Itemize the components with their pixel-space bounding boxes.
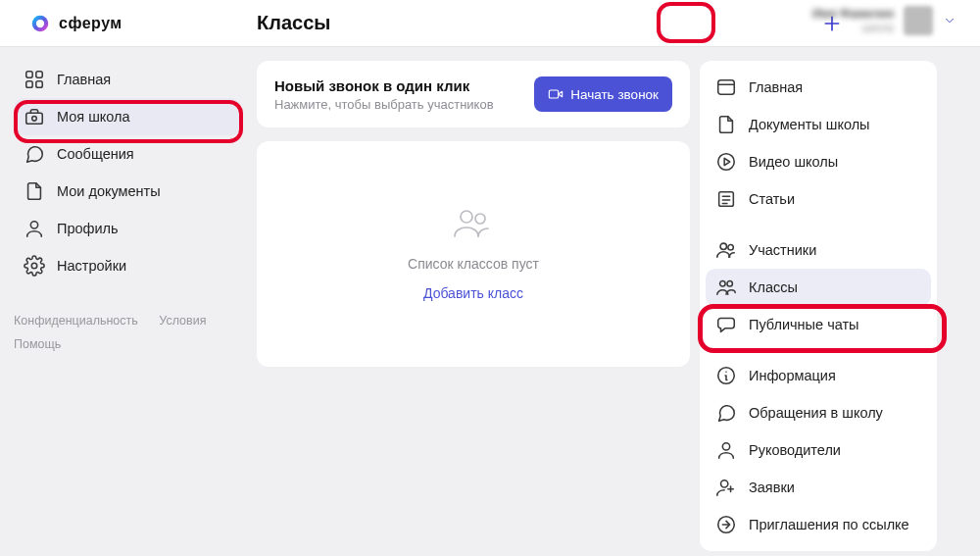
side-label: Публичные чаты [749,317,859,332]
info-icon [715,365,737,386]
side-documents[interactable]: Документы школы [706,106,931,143]
feedback-icon [715,402,737,424]
highlight-plus [657,2,715,43]
svg-rect-13 [718,80,735,95]
nav-my-school[interactable]: Моя школа [14,98,241,135]
side-label: Заявки [749,480,795,495]
side-label: Информация [749,368,836,383]
svg-point-14 [718,154,735,171]
nav-documents[interactable]: Мои документы [14,173,241,210]
svg-point-19 [727,281,733,287]
nav-profile[interactable]: Профиль [14,210,241,247]
footer-privacy[interactable]: Конфиденциальность [14,314,138,328]
nav-label: Моя школа [57,109,130,125]
user-sub: школа [812,22,894,33]
footer-terms[interactable]: Условия [159,314,206,328]
call-button-label: Начать звонок [570,87,659,102]
page-title: Классы [257,12,330,34]
side-label: Документы школы [749,117,870,132]
user-icon [24,218,45,239]
grid-icon [24,69,45,90]
nav-label: Настройки [57,258,126,274]
topbar: сферум Классы Имя Фамилия школа [0,0,980,47]
leader-icon [715,439,737,461]
svg-point-22 [721,480,728,487]
article-icon [715,188,737,210]
side-label: Участники [749,242,816,258]
footer-links: Конфиденциальность Условия Помощь [14,310,241,357]
chevron-down-icon [943,14,956,27]
members-icon [715,239,737,261]
svg-point-8 [30,222,37,228]
group-icon [451,207,496,242]
nav-label: Сообщения [57,146,134,162]
invite-icon [715,514,737,535]
doc-icon [715,114,737,135]
side-articles[interactable]: Статьи [706,180,931,218]
svg-point-7 [32,117,37,122]
main-content: Новый звонок в один клик Нажмите, чтобы … [255,47,696,556]
home-icon [715,76,737,98]
side-label: Статьи [749,191,795,207]
side-leaders[interactable]: Руководители [706,431,931,469]
side-feedback[interactable]: Обращения в школу [706,394,931,431]
right-sidebar: Главная Документы школы Видео школы Стат… [696,47,951,556]
svg-rect-4 [26,81,32,87]
side-classes[interactable]: Классы [706,269,931,306]
brand-text: сферум [59,15,122,32]
avatar [904,6,933,35]
svg-point-16 [720,243,726,249]
nav-label: Профиль [57,221,119,236]
side-label: Обращения в школу [749,405,883,421]
side-public-chats[interactable]: Публичные чаты [706,306,931,343]
nav-label: Мои документы [57,183,161,199]
add-class-link[interactable]: Добавить класс [423,285,523,301]
side-info[interactable]: Информация [706,357,931,394]
svg-rect-2 [26,72,32,77]
side-label: Классы [749,279,798,295]
svg-point-9 [31,263,37,269]
request-icon [715,477,737,498]
side-members[interactable]: Участники [706,231,931,269]
user-name: Имя Фамилия [812,8,894,21]
nav-messages[interactable]: Сообщения [14,135,241,173]
svg-rect-5 [36,81,42,87]
side-invites[interactable]: Приглашения по ссылке [706,506,931,543]
nav-settings[interactable]: Настройки [14,247,241,284]
nav-label: Главная [57,72,111,87]
video-icon [548,86,564,102]
side-requests[interactable]: Заявки [706,469,931,506]
svg-point-11 [461,211,472,223]
side-video[interactable]: Видео школы [706,143,931,180]
call-title: Новый звонок в один клик [274,77,494,94]
nav-main[interactable]: Главная [14,61,241,98]
public-chat-icon [715,314,737,335]
doc-icon [24,180,45,202]
chat-icon [24,143,45,165]
svg-point-21 [722,443,729,450]
empty-title: Список классов пуст [408,256,539,272]
call-subtitle: Нажмите, чтобы выбрать участников [274,97,494,112]
user-text: Имя Фамилия школа [812,8,894,32]
logo-icon [29,13,51,34]
svg-rect-6 [26,113,43,124]
school-icon [24,106,45,127]
svg-point-1 [36,19,44,26]
side-label: Приглашения по ссылке [749,517,909,532]
svg-point-18 [720,281,726,287]
classes-icon [715,277,737,298]
side-main[interactable]: Главная [706,69,931,106]
gear-icon [24,255,45,277]
start-call-button[interactable]: Начать звонок [534,76,672,112]
user-menu[interactable]: Имя Фамилия школа [812,6,956,35]
svg-rect-10 [550,90,559,98]
brand[interactable]: сферум [29,13,255,34]
svg-rect-3 [36,72,42,77]
side-label: Руководители [749,442,841,458]
svg-point-17 [728,245,734,251]
svg-point-12 [475,214,485,224]
classes-empty-state: Список классов пуст Добавить класс [257,141,690,367]
footer-help[interactable]: Помощь [14,337,61,351]
left-nav: Главная Моя школа Сообщения Мои документ… [0,47,255,556]
play-icon [715,151,737,173]
